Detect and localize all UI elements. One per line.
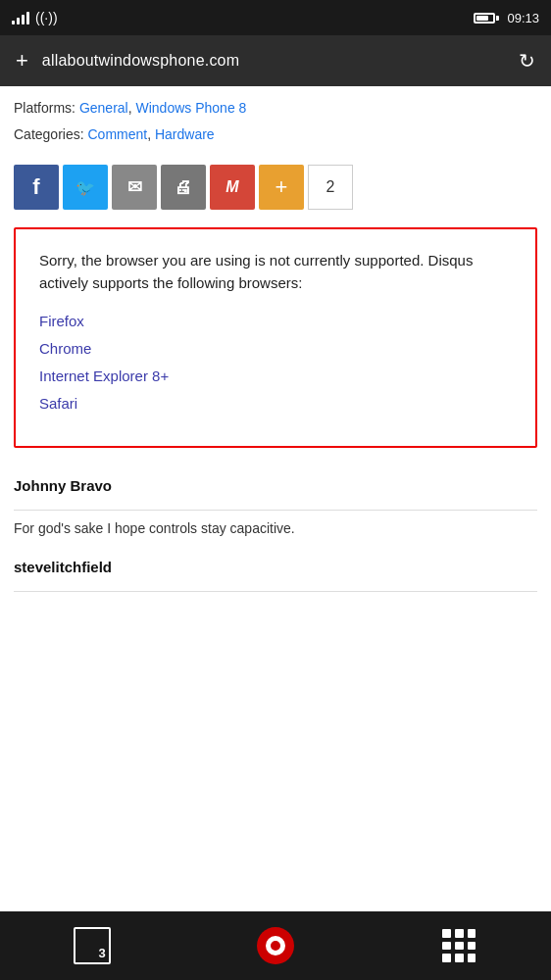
url-display[interactable]: allaboutwindowsphone.com	[42, 52, 505, 70]
platforms-label: Platforms:	[14, 100, 75, 116]
bottom-nav: 3	[0, 911, 551, 980]
list-item: Safari	[39, 395, 512, 413]
share-twitter-button[interactable]: 🐦	[63, 165, 108, 210]
chrome-link[interactable]: Chrome	[39, 340, 91, 357]
divider-2	[14, 591, 537, 592]
platform-wp8-link[interactable]: Windows Phone 8	[136, 100, 247, 116]
gmail-icon: M	[225, 178, 238, 196]
grid-menu-button[interactable]	[429, 916, 488, 975]
wifi-icon: ((·))	[35, 10, 58, 25]
category-comment-link[interactable]: Comment	[87, 126, 147, 142]
status-right: 09:13	[474, 11, 539, 25]
share-plus-button[interactable]: +	[259, 165, 304, 210]
opera-button[interactable]	[246, 916, 305, 975]
opera-icon	[257, 927, 294, 964]
share-gmail-button[interactable]: M	[210, 165, 255, 210]
list-item: Chrome	[39, 340, 512, 358]
status-bar: ((·)) 09:13	[0, 0, 551, 35]
page-content: Platforms: General, Windows Phone 8 Cate…	[0, 86, 551, 911]
status-left: ((·))	[12, 10, 58, 25]
list-item: Firefox	[39, 313, 512, 330]
facebook-icon: f	[32, 174, 39, 200]
print-icon: 🖨	[175, 177, 192, 198]
comment-author-1: Johnny Bravo	[14, 467, 537, 502]
share-email-button[interactable]: ✉	[112, 165, 157, 210]
tab-count-value: 3	[98, 946, 105, 960]
share-facebook-button[interactable]: f	[14, 165, 59, 210]
tab-count-button[interactable]: 3	[63, 916, 122, 975]
plus-icon: +	[276, 174, 288, 200]
refresh-button[interactable]: ↻	[519, 49, 535, 73]
disqus-box: Sorry, the browser you are using is not …	[14, 227, 537, 448]
twitter-icon: 🐦	[75, 178, 95, 197]
address-bar: + allaboutwindowsphone.com ↻	[0, 35, 551, 86]
safari-link[interactable]: Safari	[39, 395, 77, 412]
share-print-button[interactable]: 🖨	[161, 165, 206, 210]
share-row: f 🐦 ✉ 🖨 M + 2	[14, 165, 537, 210]
share-count: 2	[308, 165, 353, 210]
email-icon: ✉	[127, 176, 142, 198]
category-hardware-link[interactable]: Hardware	[155, 126, 215, 142]
browser-list: Firefox Chrome Internet Explorer 8+ Safa…	[39, 313, 512, 413]
platform-general-link[interactable]: General	[79, 100, 128, 116]
time-display: 09:13	[507, 11, 539, 25]
tab-count-icon: 3	[74, 927, 111, 964]
grid-icon	[442, 929, 476, 962]
signal-icon	[12, 11, 29, 24]
categories-label: Categories:	[14, 126, 84, 142]
add-tab-button[interactable]: +	[16, 50, 28, 72]
platforms-row: Platforms: General, Windows Phone 8	[14, 98, 537, 119]
comment-author-2: stevelitchfield	[14, 549, 537, 583]
comment-text-1: For god's sake I hope controls stay capa…	[14, 518, 537, 549]
firefox-link[interactable]: Firefox	[39, 313, 84, 329]
battery-icon	[474, 13, 499, 24]
list-item: Internet Explorer 8+	[39, 368, 512, 385]
share-count-value: 2	[326, 178, 335, 196]
categories-row: Categories: Comment, Hardware	[14, 124, 537, 145]
ie-link[interactable]: Internet Explorer 8+	[39, 368, 169, 384]
divider-1	[14, 510, 537, 511]
disqus-message: Sorry, the browser you are using is not …	[39, 249, 512, 295]
